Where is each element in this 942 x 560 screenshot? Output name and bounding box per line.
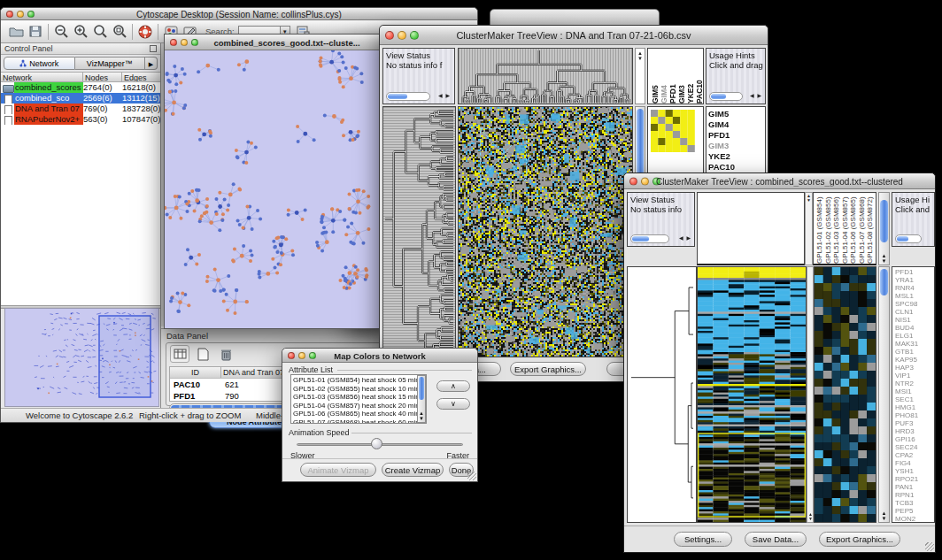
gene-label[interactable]: YRA1 [895, 276, 934, 284]
gene-label[interactable]: PAC10 [708, 162, 765, 173]
tv2-heatmap[interactable] [698, 267, 806, 522]
gene-label[interactable]: PFD1 [708, 130, 765, 141]
usage-hints-hscroll[interactable] [709, 92, 743, 101]
tv2-label-vscrollbar[interactable]: ▲▼ [878, 192, 890, 265]
gene-label[interactable]: BUD4 [895, 324, 934, 332]
gene-label[interactable]: RPN1 [895, 491, 934, 499]
tab-vizmapper[interactable]: VizMapper™ [75, 57, 146, 70]
gene-label[interactable]: MAK31 [895, 340, 934, 348]
gene-label[interactable]: TCB3 [895, 499, 934, 507]
gene-label[interactable]: PUF3 [895, 419, 934, 427]
tv1-column-label[interactable]: GIM5 [651, 49, 659, 104]
scroll-arrow-icons[interactable]: ◀ ▶ [750, 91, 762, 101]
move-attribute-up-button[interactable]: ∧ [436, 380, 470, 392]
zoom-selected-icon[interactable] [90, 23, 110, 41]
gene-label[interactable]: KAP95 [895, 356, 934, 364]
column-header-edges[interactable]: Edges [122, 73, 160, 81]
scroll-arrow-icons[interactable]: ◀ ▶ [438, 91, 451, 101]
select-attributes-icon[interactable] [170, 345, 189, 363]
gene-label[interactable]: PEP5 [895, 507, 934, 515]
vscroll-thumb[interactable] [419, 377, 424, 400]
treeview-action-button[interactable]: Settings... [674, 532, 732, 547]
gene-label[interactable]: SEC1 [895, 395, 934, 403]
network-canvas[interactable] [165, 50, 381, 328]
dialog-action-button[interactable]: Create Vizmap [382, 463, 444, 477]
vscroll-thumb[interactable] [880, 269, 888, 295]
gene-label[interactable]: MSL1 [895, 292, 934, 300]
gene-label[interactable]: PFD1 [895, 268, 934, 276]
tv1-column-label[interactable]: YKE2 [686, 49, 694, 104]
attribute-option[interactable]: GPL51-06 (GSM865) heat shock 40 min [293, 410, 424, 418]
scroll-arrow-icons[interactable]: ▲▼ [637, 50, 643, 61]
scroll-arrow-icons[interactable]: ▲▼ [808, 512, 813, 521]
attr-col-id[interactable]: ID [170, 367, 221, 378]
gene-label[interactable]: HMG1 [895, 403, 934, 411]
zoom-out-icon[interactable] [51, 23, 71, 41]
vscroll-thumb[interactable] [880, 200, 888, 242]
tv1-correlation-matrix[interactable] [651, 110, 695, 152]
help-icon[interactable] [135, 23, 155, 41]
gene-label[interactable]: GIM3 [708, 141, 765, 151]
main-titlebar[interactable]: Cytoscape Desktop (Session Name: collins… [1, 8, 477, 20]
gene-label[interactable]: PHO81 [895, 411, 934, 419]
tv2-column-label[interactable]: GPL51-02 (GSM855) [824, 193, 833, 264]
resize-handle[interactable] [925, 542, 934, 551]
treeview-action-button[interactable]: Export Graphics... [510, 362, 586, 376]
tv1-column-label[interactable]: GIM3 [677, 49, 685, 104]
tv2-column-label[interactable]: GPL51-07 (GSM868) [858, 193, 867, 264]
gene-label[interactable]: GIM5 [708, 109, 765, 119]
gene-label[interactable]: RNR4 [895, 284, 934, 292]
tv2-zoom-heatmap[interactable] [815, 267, 876, 522]
new-attribute-icon[interactable] [193, 345, 212, 363]
column-header-network[interactable]: Network [1, 73, 83, 81]
birdseye-canvas[interactable] [4, 308, 159, 407]
gene-label[interactable]: GIM4 [708, 119, 765, 130]
tv1-column-label[interactable]: PAC10 [695, 49, 703, 104]
gene-label[interactable]: HAP3 [895, 364, 934, 372]
tab-network[interactable]: Network [4, 57, 75, 70]
dialog-titlebar[interactable]: Map Colors to Network [282, 349, 477, 363]
attribute-option[interactable]: GPL51-03 (GSM856) heat shock 15 min [293, 393, 424, 402]
gene-label[interactable]: MON2 [895, 515, 934, 523]
gene-label[interactable]: PAN1 [895, 483, 934, 491]
delete-attribute-icon[interactable] [216, 345, 236, 363]
scroll-arrow-icons[interactable]: ◀ ▶ [679, 234, 691, 243]
tv2-column-label[interactable]: GPL51-03 (GSM856) [832, 193, 841, 264]
view-status-hscroll[interactable] [386, 92, 430, 101]
gene-label[interactable]: GTB1 [895, 348, 934, 356]
scroll-arrow-icons[interactable]: ▲▼ [879, 510, 889, 521]
tv2-column-label[interactable]: GPL51-08 (GSM872) [866, 193, 875, 264]
attribute-option[interactable]: GPL51-07 (GSM868) heat shock 60 min [293, 418, 424, 424]
attribute-option[interactable]: GPL51-04 (GSM857) heat shock 20 min [293, 402, 424, 410]
tv2-zoom-vscrollbar[interactable]: ▲▼ [878, 266, 890, 523]
tv1-row-dendrogram[interactable] [383, 107, 455, 357]
gene-label[interactable]: VIP1 [895, 372, 934, 380]
open-session-button[interactable] [6, 23, 26, 41]
usage-hints-hscroll[interactable] [895, 234, 922, 243]
gene-label[interactable]: SPC98 [895, 300, 934, 308]
float-panel-icon[interactable] [150, 45, 157, 52]
view-status-hscroll[interactable] [630, 234, 669, 243]
gene-label[interactable]: GPI16 [895, 435, 934, 443]
tv1-column-dendrogram[interactable] [459, 49, 632, 104]
tv2-row-dendrogram[interactable] [628, 267, 696, 522]
dialog-action-button[interactable]: Animate Vizmap [300, 463, 376, 477]
column-header-nodes[interactable]: Nodes [83, 73, 122, 81]
gene-label[interactable]: RPO21 [895, 475, 934, 483]
scroll-arrow-icons[interactable]: ▲▼ [879, 253, 889, 264]
tv1-column-label[interactable]: PFD1 [668, 49, 676, 104]
gene-label[interactable]: SEC24 [895, 443, 934, 451]
zoom-in-icon[interactable] [71, 23, 90, 41]
network-tree-row[interactable]: combined_scores 2764(0) 16218(0) [1, 82, 160, 93]
tv1-column-label[interactable]: GIM4 [660, 49, 668, 104]
attribute-option[interactable]: GPL51-02 (GSM855) heat shock 10 min [293, 385, 424, 394]
scroll-arrow-icons[interactable]: ▲▼ [807, 194, 811, 203]
treeview1-titlebar[interactable]: ClusterMaker TreeView : DNA and Tran 07-… [380, 26, 768, 45]
gene-label[interactable]: YSH1 [895, 467, 934, 475]
gene-label[interactable]: YKE2 [708, 151, 765, 162]
treeview-action-button[interactable]: Save Data... [745, 532, 807, 547]
scroll-arrow-icons[interactable]: ▲▼ [418, 410, 425, 421]
tv2-column-tree-area[interactable] [697, 192, 805, 265]
gene-label[interactable]: MSI1 [895, 387, 934, 395]
network-tree-row[interactable]: DNA and Tran 07 769(0) 183728(0) [1, 104, 160, 114]
